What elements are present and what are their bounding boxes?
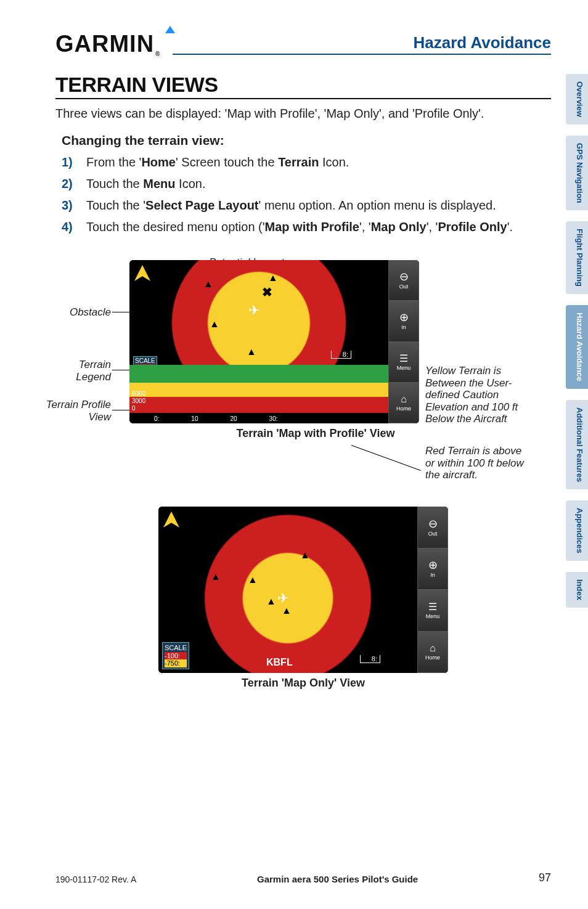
impact-point-icon: ✖ [262,285,272,300]
page-header: GARMIN® Hazard Avoidance [55,31,551,57]
obstacle-icon: ▲ [211,571,221,582]
menu-button[interactable]: ☰Menu [417,590,448,632]
menu-icon: ☰ [428,602,437,612]
profile-x-axis: 0: 10 20 30: [154,415,278,422]
annot-red-terrain: Red Terrain is above or within 100 ft be… [425,445,524,481]
minus-magnify-icon: ⊖ [428,518,438,529]
step-number: 4) [62,219,86,235]
obstacle-icon: ▲ [268,272,278,283]
plus-magnify-icon: ⊕ [399,312,409,323]
step-number: 1) [62,154,86,171]
obstacle-icon: ▲ [300,550,310,561]
logo-triangle-icon [165,26,175,33]
tab-flight-planning[interactable]: Flight Planning [566,221,588,294]
profile-y-axis: 6000 3000 0 [132,390,145,412]
plus-magnify-icon: ⊕ [428,560,438,571]
step-body: Touch the Menu Icon. [86,176,551,192]
tab-gps-navigation[interactable]: GPS Navigation [566,136,588,211]
terrain-map-area: ✈ ▲ ▲ ▲ ▲ ▲ ✖ 8: [129,260,388,365]
tab-overview[interactable]: Overview [566,74,588,124]
side-tabs: Overview GPS Navigation Flight Planning … [566,74,588,608]
procedure-steps: 1) From the 'Home' Screen touch the Terr… [62,154,551,235]
step-body: From the 'Home' Screen touch the Terrain… [86,154,551,171]
figure1-caption: Terrain 'Map with Profile' View [80,427,551,440]
obstacle-icon: ▲ [148,282,158,293]
minus-magnify-icon: ⊖ [399,271,409,282]
map-side-buttons: ⊖Out ⊕In ☰Menu ⌂Home [388,260,419,423]
annot-terrain-legend: Terrain Legend [49,359,111,383]
step-2: 2) Touch the Menu Icon. [62,176,551,192]
aircraft-icon: ✈ [277,590,288,606]
north-arrow-icon [163,512,179,528]
terrain-map-area: ✈ ▲ ▲ ▲ ▲ ▲ KBFL 8: [158,507,417,673]
map-side-buttons: ⊖Out ⊕In ☰Menu ⌂Home [417,507,448,673]
figure-map-with-profile: Potential Impact Point Obstacle Terrain … [55,260,551,494]
home-icon: ⌂ [430,643,436,653]
zoom-out-button[interactable]: ⊖Out [388,260,419,301]
page-number: 97 [539,871,551,884]
step-3: 3) Touch the 'Select Page Layout' menu o… [62,197,551,214]
home-button[interactable]: ⌂Home [417,632,448,674]
zoom-in-button[interactable]: ⊕In [417,548,448,590]
obstacle-icon: ▲ [248,574,258,585]
zoom-in-button[interactable]: ⊕In [388,301,419,341]
step-number: 3) [62,197,86,214]
tab-additional-features[interactable]: Additional Features [566,400,588,489]
tab-appendices[interactable]: Appendices [566,500,588,561]
obstacle-icon: ▲ [247,346,256,357]
step-1: 1) From the 'Home' Screen touch the Terr… [62,154,551,171]
chapter-title: Hazard Avoidance [173,33,551,55]
intro-text: Three views can be displayed: 'Map with … [55,105,551,122]
map-scale-bar: 8: [331,351,351,359]
figure-map-only: ✈ ▲ ▲ ▲ ▲ ▲ KBFL 8: SCALE -100: -750: ⊖O… [55,507,551,690]
screenshot-map-with-profile: ✈ ▲ ▲ ▲ ▲ ▲ ✖ 8: SCALE -100: -1000: 6000… [129,260,419,423]
footer-doc-title: Garmin aera 500 Series Pilot's Guide [257,874,418,884]
step-body: Touch the 'Select Page Layout' menu opti… [86,197,551,214]
step-4: 4) Touch the desired menu option ('Map w… [62,219,551,235]
brand-text: GARMIN [55,31,154,57]
obstacle-icon: ▲ [210,319,219,330]
home-button[interactable]: ⌂Home [388,383,419,423]
procedure-heading: Changing the terrain view: [62,133,551,148]
annot-profile-view: Terrain Profile View [37,399,111,423]
page-footer: 190-01117-02 Rev. A Garmin aera 500 Seri… [55,871,551,884]
terrain-legend-box: SCALE -100: -750: [162,642,189,669]
tab-index[interactable]: Index [566,572,588,608]
obstacle-icon: ▲ [203,279,213,290]
menu-icon: ☰ [399,354,408,364]
screenshot-map-only: ✈ ▲ ▲ ▲ ▲ ▲ KBFL 8: SCALE -100: -750: ⊖O… [158,507,448,673]
airport-label: KBFL [266,657,293,668]
step-body: Touch the desired menu option ('Map with… [86,219,551,235]
tab-hazard-avoidance[interactable]: Hazard Avoidance [566,305,588,389]
step-number: 2) [62,176,86,192]
annot-obstacle: Obstacle [49,306,111,319]
footer-revision: 190-01117-02 Rev. A [55,874,136,884]
annot-yellow-terrain: Yellow Terrain is Between the User-defin… [425,365,530,425]
terrain-profile-area: 6000 3000 0 0: 10 20 30: [129,365,388,423]
zoom-out-button[interactable]: ⊖Out [417,507,448,548]
aircraft-icon: ✈ [248,303,259,319]
section-heading: TERRAIN VIEWS [55,73,551,99]
north-arrow-icon [134,265,150,281]
figure2-caption: Terrain 'Map Only' View [55,677,551,690]
obstacle-icon: ▲ [266,596,276,607]
home-icon: ⌂ [401,394,407,404]
registered-mark: ® [155,51,160,57]
brand-logo: GARMIN® [55,31,160,57]
map-scale-bar: 8: [360,655,380,663]
obstacle-icon: ▲ [282,605,292,616]
menu-button[interactable]: ☰Menu [388,342,419,383]
